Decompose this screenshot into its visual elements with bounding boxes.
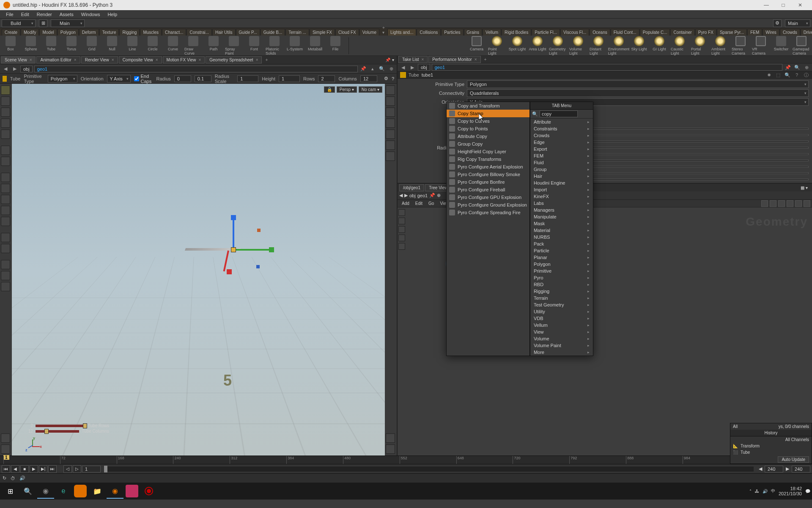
realtime-icon[interactable]: ⏱ (11, 476, 15, 481)
tabmenu-result-copy-to-curves[interactable]: Copy to Curves (447, 117, 529, 125)
tabmenu-result-pyro-configure-fireball[interactable]: Pyro Configure Fireball (447, 186, 529, 193)
tabmenu-result-pyro-configure-bonfire[interactable]: Pyro Configure Bonfire (447, 178, 529, 186)
parm-gear-icon[interactable]: ✹ (765, 72, 772, 78)
pin-icon[interactable]: 📌 (359, 65, 367, 73)
tray-ime-icon[interactable]: 中 (771, 488, 775, 494)
shelf-tool-area-light[interactable]: Area Light (529, 36, 546, 55)
net-pin-icon[interactable]: 📌 (429, 193, 435, 198)
shelf-tab-6[interactable]: Rigging (119, 29, 140, 36)
parm-flag1-icon[interactable]: ⬚ (775, 72, 782, 78)
net-ic4[interactable] (787, 200, 793, 207)
slider-rows[interactable]: 2 Tube Rows (25, 423, 109, 428)
shelf-tab-12[interactable]: Guide B... (261, 29, 285, 36)
tabmenu-cat-rbd[interactable]: RBD▸ (530, 281, 593, 288)
shelf-tab-r-0[interactable]: Lights and... (387, 29, 416, 36)
shelf-tab-16[interactable]: Volume (359, 29, 379, 36)
taskbar-clock[interactable]: 18:422021/10/30 (779, 486, 802, 496)
shelf-tab-r-7[interactable]: Viscous Fl... (560, 29, 589, 36)
menu-help[interactable]: Help (104, 11, 121, 18)
net-tool-3[interactable] (398, 226, 405, 233)
tabmenu-cat-crowds[interactable]: Crowds▸ (530, 132, 593, 139)
auto-update-button[interactable]: Auto Update (730, 456, 812, 464)
slider-cols[interactable]: 12 Tube Columns (25, 429, 109, 433)
net-ic6[interactable] (804, 200, 810, 207)
panetab-motion-fx-view[interactable]: Motion FX View (163, 56, 205, 64)
shelf-tab-r-1[interactable]: Collisions (417, 29, 441, 36)
net-tool-2[interactable] (398, 218, 405, 224)
shelf-tab-r-5[interactable]: Rigid Bodies (502, 29, 531, 36)
rotate-tool-icon[interactable] (1, 119, 10, 128)
tabmenu-cat-pack[interactable]: Pack▸ (530, 240, 593, 247)
tray-vol-icon[interactable]: 🔊 (763, 489, 768, 494)
tabmenu-cat-houdini-engine[interactable]: Houdini Engine▸ (530, 179, 593, 186)
snap-point-icon[interactable] (1, 173, 10, 182)
timeline[interactable]: 1 17216824031238448055264872079288898410… (0, 456, 812, 464)
panetab-perfmon[interactable]: Performance Monitor (428, 56, 480, 63)
shelf-tool-caustic-light[interactable]: Caustic Light (671, 36, 689, 55)
shelf-tab-r-3[interactable]: Grains (464, 29, 482, 36)
shelf-tab-r-17[interactable]: Drive Simul (801, 29, 812, 36)
shelf-tab-2[interactable]: Model (39, 29, 57, 36)
scale-tool-icon[interactable] (1, 130, 10, 139)
snap-edge-icon[interactable] (1, 184, 10, 193)
shelf-tab-5[interactable]: Texture (99, 29, 119, 36)
play-play-icon[interactable]: ▶ (30, 465, 38, 473)
primtype-field[interactable]: Polygon (48, 75, 77, 83)
tabmenu-result-attribute-copy[interactable]: Attribute Copy (447, 133, 529, 140)
flipbook-icon[interactable] (1, 444, 10, 454)
net-tool-5[interactable] (398, 243, 405, 250)
shelf-tool-spray-paint[interactable]: Spray Paint (225, 36, 243, 55)
maximize-button[interactable]: □ (775, 0, 792, 10)
taskbar-record-icon[interactable] (140, 483, 157, 499)
tabmenu-result-group-copy[interactable]: Group Copy (447, 140, 529, 148)
shelf-tab-r-4[interactable]: Vellum (483, 29, 501, 36)
construct-plane-icon[interactable] (1, 233, 10, 242)
shelf-tab-10[interactable]: Hair Utils (212, 29, 236, 36)
gizmo-xz-plane[interactable] (256, 265, 260, 268)
shelf-tool-portal-light[interactable]: Portal Light (691, 36, 709, 55)
shelf-tool-ambient-light[interactable]: Ambient Light (711, 36, 729, 55)
key-next-icon[interactable]: ▷ (73, 465, 81, 473)
net-crumb-obj[interactable]: obj (409, 193, 416, 198)
gizmo-xy-plane[interactable] (257, 229, 261, 232)
shelf-tool-geometry-light[interactable]: Geometry Light (549, 36, 567, 55)
shelf-tool-platonic-solids[interactable]: Platonic Solids (266, 36, 283, 55)
parm-path-field[interactable]: geo1 (432, 64, 782, 71)
nav-back-icon[interactable]: ◀ (2, 65, 9, 73)
key-prev-icon[interactable]: ◁ (63, 465, 72, 473)
netmenu-add[interactable]: Add (399, 200, 412, 207)
height-field[interactable]: 1 (279, 75, 300, 82)
minimize-button[interactable]: — (758, 0, 775, 10)
viewport-layout-icon[interactable] (386, 433, 395, 443)
tabmenu-cat-manipulate[interactable]: Manipulate▸ (530, 213, 593, 220)
parm-info-icon[interactable]: ⓘ (803, 72, 809, 78)
tray-up-icon[interactable]: ˄ (749, 489, 752, 494)
tabmenu-cat-edge[interactable]: Edge▸ (530, 139, 593, 146)
shelf-tool-switcher[interactable]: Switcher (772, 36, 790, 55)
shelf-tab-11[interactable]: Guide P... (236, 29, 260, 36)
taskbar-app-1[interactable]: ◉ (37, 483, 54, 499)
path-field[interactable]: geo1 (34, 66, 358, 72)
netmenu-go[interactable]: Go (426, 200, 436, 207)
play-prev-icon[interactable]: ◀ (11, 465, 19, 473)
parm-find-icon[interactable]: 🔍 (793, 64, 801, 71)
find-icon[interactable]: 🔍 (378, 65, 386, 73)
system-tray[interactable]: ˄ 🖧 🔊 中 18:422021/10/30 💬 (749, 486, 810, 496)
shelf-tool-gamepad-camera[interactable]: Gamepad Camera (793, 36, 810, 55)
tabmenu-cat-polygon[interactable]: Polygon▸ (530, 261, 593, 268)
shelf-tab-r-12[interactable]: Pyro FX (695, 29, 716, 36)
magnet-icon[interactable] (1, 244, 10, 253)
shelf-tool-gi-light[interactable]: GI Light (650, 36, 668, 55)
tabmenu-result-rig-copy-transforms[interactable]: Rig Copy Transforms (447, 155, 529, 163)
menu-windows[interactable]: Windows (78, 11, 104, 18)
gizmo-center-handle[interactable] (231, 247, 236, 252)
pane-menu-icon[interactable]: ▾ (392, 58, 394, 62)
shelf-tab-r-8[interactable]: Oceans (590, 29, 610, 36)
gizmo-z-handle[interactable] (227, 269, 232, 274)
tabmenu-cat-volume-paint[interactable]: Volume Paint▸ (530, 342, 593, 349)
shelf-tab-r-14[interactable]: FEM (747, 29, 762, 36)
shelf-tab-r-2[interactable]: Particles (441, 29, 463, 36)
shelf-tool-vr-camera[interactable]: VR Camera (752, 36, 770, 55)
shelf-tab-r-13[interactable]: Sparse Pyr... (717, 29, 747, 36)
gear-icon[interactable]: ⚙ (773, 19, 782, 27)
